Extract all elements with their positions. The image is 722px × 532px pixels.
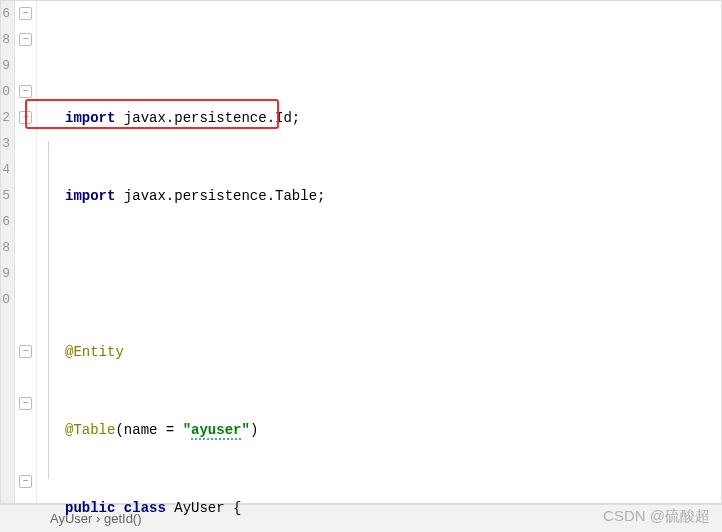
string: " bbox=[183, 422, 191, 438]
code-line[interactable]: import javax.persistence.Id; bbox=[61, 105, 721, 131]
fold-gutter: − − − − − − − bbox=[15, 1, 37, 503]
fold-toggle-icon[interactable]: − bbox=[19, 33, 32, 46]
line-num: 9 bbox=[1, 261, 10, 287]
line-num: 8 bbox=[1, 235, 10, 261]
fold-toggle-icon[interactable]: − bbox=[19, 397, 32, 410]
code-line[interactable]: @Table(name = "ayuser") bbox=[61, 417, 721, 443]
fold-toggle-icon[interactable]: − bbox=[19, 85, 32, 98]
line-num: 4 bbox=[1, 157, 10, 183]
line-num: 9 bbox=[1, 53, 10, 79]
fold-toggle-icon[interactable]: − bbox=[19, 111, 32, 124]
line-num: 0 bbox=[1, 287, 10, 313]
fold-toggle-icon[interactable]: − bbox=[19, 345, 32, 358]
line-num: 8 bbox=[1, 27, 10, 53]
code-line[interactable]: public class AyUser { bbox=[61, 495, 721, 521]
annotation: @Table bbox=[65, 422, 115, 438]
code-text: (name = bbox=[115, 422, 182, 438]
code-text: AyUser { bbox=[166, 500, 242, 516]
line-num: 6 bbox=[1, 209, 10, 235]
brace-guide-gutter bbox=[37, 1, 61, 503]
line-num: 2 bbox=[1, 105, 10, 131]
keyword: class bbox=[115, 500, 165, 516]
string: ayuser bbox=[191, 422, 241, 440]
line-num: 0 bbox=[1, 79, 10, 105]
line-num: 3 bbox=[1, 131, 10, 157]
code-text: ) bbox=[250, 422, 258, 438]
code-editor[interactable]: 6 8 9 0 2 3 4 5 6 8 9 0 − − − − − − − im… bbox=[0, 0, 722, 504]
code-line[interactable]: @Entity bbox=[61, 339, 721, 365]
line-num: 5 bbox=[1, 183, 10, 209]
line-number-gutter: 6 8 9 0 2 3 4 5 6 8 9 0 bbox=[1, 1, 15, 503]
string: " bbox=[241, 422, 249, 438]
code-text: javax.persistence.Table; bbox=[115, 188, 325, 204]
code-area[interactable]: import javax.persistence.Id; import java… bbox=[61, 1, 721, 503]
line-num: 6 bbox=[1, 1, 10, 27]
code-line[interactable] bbox=[61, 261, 721, 287]
code-text: javax.persistence.Id; bbox=[115, 110, 300, 126]
code-line[interactable]: import javax.persistence.Table; bbox=[61, 183, 721, 209]
annotation: @Entity bbox=[65, 344, 124, 360]
keyword: import bbox=[65, 188, 115, 204]
brace-guide bbox=[48, 141, 49, 479]
fold-toggle-icon[interactable]: − bbox=[19, 7, 32, 20]
fold-toggle-icon[interactable]: − bbox=[19, 475, 32, 488]
keyword: public bbox=[65, 500, 115, 516]
keyword: import bbox=[65, 110, 115, 126]
